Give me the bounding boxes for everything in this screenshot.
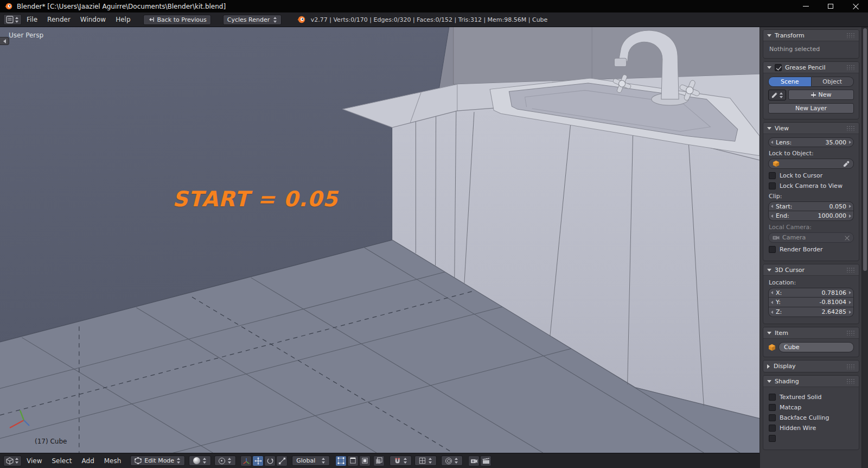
minimize-button[interactable] — [793, 0, 818, 12]
grease-pencil-panel-header[interactable]: Grease Pencil — [763, 62, 859, 73]
clear-icon[interactable] — [844, 235, 850, 241]
cursor-panel-header[interactable]: 3D Cursor — [763, 264, 859, 276]
clip-start-slider[interactable]: Start: 0.050 — [768, 201, 854, 211]
grease-pencil-new-button[interactable]: New — [788, 90, 854, 100]
lock-camera-checkbox[interactable] — [769, 182, 776, 189]
viewport-editor-type-button[interactable] — [3, 456, 22, 466]
snap-toggle[interactable] — [390, 456, 412, 466]
cursor-z-slider[interactable]: Z: 2.64285 — [768, 307, 854, 317]
occlude-geometry-button[interactable] — [373, 456, 385, 466]
sidebar-scrollbar[interactable] — [861, 27, 868, 468]
panel-grip-icon[interactable] — [846, 330, 855, 336]
orientation-select[interactable]: Global — [292, 456, 330, 466]
grease-pencil-enable-checkbox[interactable] — [775, 64, 782, 71]
mode-label: Edit Mode — [144, 457, 174, 464]
panel-grip-icon[interactable] — [846, 65, 855, 70]
lock-to-cursor-checkbox[interactable] — [769, 172, 776, 179]
info-editor-type-button[interactable] — [3, 14, 22, 25]
menu-add[interactable]: Add — [77, 453, 99, 468]
render-border-checkbox[interactable] — [769, 246, 776, 253]
textured-solid-checkbox[interactable] — [769, 394, 776, 401]
eyedropper-icon[interactable] — [843, 161, 850, 167]
shading-panel-header[interactable]: Shading — [763, 376, 859, 387]
lock-camera-row[interactable]: Lock Camera to View — [769, 182, 853, 189]
backface-culling-label: Backface Culling — [780, 414, 829, 421]
scale-icon — [278, 457, 286, 465]
proportional-edit-select[interactable] — [441, 456, 463, 466]
cursor-y-slider[interactable]: Y: -0.81004 — [768, 298, 854, 307]
transform-panel-header[interactable]: Transform — [763, 30, 859, 41]
panel-grip-icon[interactable] — [846, 267, 855, 273]
manipulator-toggle-button[interactable] — [240, 456, 252, 466]
manipulator-rotate-button[interactable] — [264, 456, 276, 466]
cursor-x-slider[interactable]: X: 0.78106 — [768, 288, 854, 298]
edge-select-button[interactable] — [347, 456, 359, 466]
grease-pencil-data-dropdown[interactable] — [768, 90, 786, 100]
backface-culling-checkbox[interactable] — [769, 414, 776, 421]
panel-grip-icon[interactable] — [846, 125, 855, 131]
panel-grip-icon[interactable] — [846, 33, 855, 38]
proportional-edit-icon — [445, 458, 452, 464]
local-camera-label: Local Camera: — [769, 224, 854, 231]
scrollbar-thumb[interactable] — [863, 28, 867, 271]
blender-window: Blender* [C:\Users\Jaaziel Aguirre\Docum… — [0, 0, 868, 468]
textured-solid-row[interactable]: Textured Solid — [769, 394, 853, 401]
edit-mode-icon — [135, 457, 142, 464]
matcap-checkbox[interactable] — [769, 404, 776, 411]
display-panel-header[interactable]: Display — [763, 361, 859, 372]
rotate-icon — [266, 457, 274, 465]
lens-slider[interactable]: Lens: 35.000 — [768, 137, 854, 147]
panel-grip-icon[interactable] — [846, 364, 855, 369]
occlude-geometry-icon — [375, 457, 382, 464]
mode-select[interactable]: Edit Mode — [130, 456, 185, 466]
menu-help[interactable]: Help — [111, 12, 135, 27]
manipulator-scale-button[interactable] — [276, 456, 288, 466]
menu-view3d[interactable]: View — [22, 453, 47, 468]
tab-object[interactable]: Object — [812, 77, 854, 87]
panel-title: Display — [774, 363, 796, 370]
render-engine-select[interactable]: Cycles Render — [223, 15, 282, 25]
clip-end-slider[interactable]: End: 1000.000 — [768, 211, 854, 221]
object-name-field[interactable]: Cube — [778, 342, 854, 352]
hidden-wire-checkbox[interactable] — [769, 425, 776, 432]
back-to-previous-button[interactable]: Back to Previous — [143, 15, 211, 25]
render-border-row[interactable]: Render Border — [769, 246, 853, 253]
maximize-button[interactable] — [818, 0, 843, 12]
menu-window[interactable]: Window — [75, 12, 111, 27]
close-button[interactable] — [843, 0, 868, 12]
3d-viewport[interactable]: User Persp START = 0.05 (17) Cube — [0, 27, 760, 453]
cursor-location-stack: X: 0.78106 Y: -0.81004 Z: 2.64285 — [768, 288, 854, 317]
local-camera-field[interactable]: Camera — [768, 232, 854, 243]
axis-gizmo-icon — [5, 409, 37, 434]
snap-element-select[interactable] — [414, 456, 437, 466]
face-select-button[interactable] — [359, 456, 371, 466]
viewport-header: View Select Add Mesh Edit Mode — [0, 453, 760, 468]
shading-partial-row[interactable] — [769, 435, 853, 442]
shading-partial-checkbox[interactable] — [769, 435, 776, 442]
manipulator-translate-button[interactable] — [252, 456, 264, 466]
menu-mesh[interactable]: Mesh — [99, 453, 126, 468]
scene-stats: v2.77 | Verts:0/170 | Edges:0/320 | Face… — [311, 16, 548, 23]
proportional-dropdown-icon — [455, 458, 458, 464]
3d-scene[interactable] — [0, 27, 760, 453]
matcap-row[interactable]: Matcap — [769, 404, 853, 411]
menu-select[interactable]: Select — [47, 453, 76, 468]
toolshelf-expand-tab[interactable] — [0, 37, 9, 45]
viewport-shading-select[interactable] — [189, 456, 211, 466]
opengl-render-image-button[interactable] — [468, 456, 480, 466]
lock-to-cursor-row[interactable]: Lock to Cursor — [769, 172, 853, 179]
panel-grip-icon[interactable] — [846, 378, 855, 384]
menu-file[interactable]: File — [22, 12, 42, 27]
vertex-select-button[interactable] — [335, 456, 347, 466]
lock-to-object-field[interactable] — [768, 159, 854, 169]
blender-logo-icon — [297, 15, 305, 24]
view-panel-header[interactable]: View — [763, 123, 859, 134]
opengl-render-anim-button[interactable] — [480, 456, 492, 466]
new-layer-button[interactable]: New Layer — [768, 103, 854, 113]
hidden-wire-row[interactable]: Hidden Wire — [769, 425, 853, 432]
tab-scene[interactable]: Scene — [768, 77, 812, 87]
menu-render[interactable]: Render — [42, 12, 75, 27]
pivot-center-select[interactable] — [214, 456, 236, 466]
item-panel-header[interactable]: Item — [763, 327, 859, 339]
backface-culling-row[interactable]: Backface Culling — [769, 414, 853, 421]
